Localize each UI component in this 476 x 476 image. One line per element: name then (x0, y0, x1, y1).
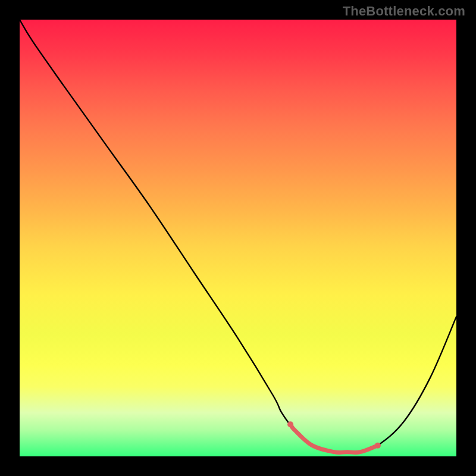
chart-frame: { "watermark": "TheBottleneck.com", "col… (0, 0, 476, 476)
highlight-end-dot (375, 443, 381, 449)
plot-background-gradient (20, 20, 456, 456)
bottleneck-curve (20, 20, 456, 456)
curve-highlight-segment (290, 424, 378, 452)
highlight-start-dot (287, 421, 293, 427)
curve-path (20, 20, 456, 453)
watermark-label: TheBottleneck.com (343, 4, 465, 19)
